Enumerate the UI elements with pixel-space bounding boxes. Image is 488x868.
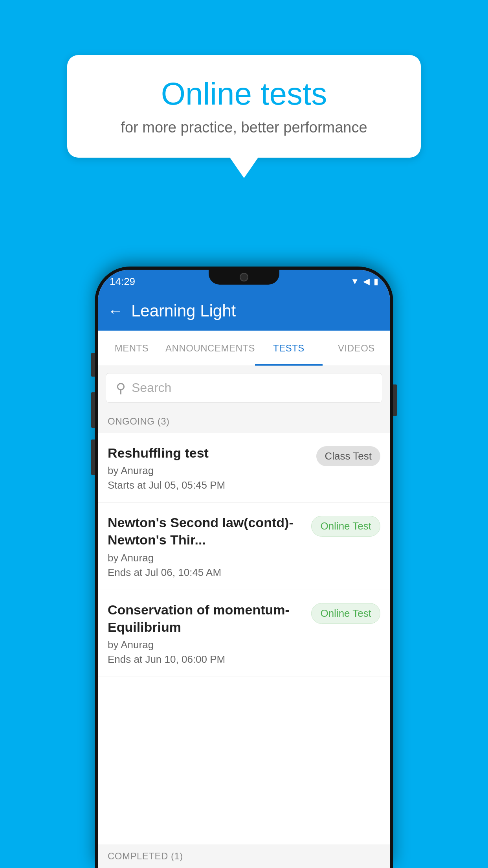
speech-bubble: Online tests for more practice, better p…: [67, 55, 421, 158]
test-list: Reshuffling test by Anurag Starts at Jul…: [98, 433, 390, 677]
silent-button[interactable]: [91, 440, 95, 475]
completed-section-header: COMPLETED (1): [98, 844, 390, 868]
search-container: ⚲ Search: [98, 366, 390, 410]
test-time-1: Starts at Jul 05, 05:45 PM: [108, 479, 308, 491]
test-author-1: by Anurag: [108, 465, 308, 477]
volume-down-button[interactable]: [91, 392, 95, 428]
tab-videos[interactable]: VIDEOS: [323, 331, 390, 366]
test-time-value-2: Jul 06, 10:45 AM: [145, 566, 221, 578]
search-placeholder-text: Search: [132, 381, 171, 395]
status-time: 14:29: [110, 276, 135, 288]
test-name-3: Conservation of momentum-Equilibrium: [108, 601, 303, 636]
test-time-label-1: Starts at: [108, 479, 146, 491]
tab-announcements-label: ANNOUNCEMENTS: [165, 343, 255, 354]
search-icon: ⚲: [116, 380, 126, 396]
test-time-value-3: Jun 10, 06:00 PM: [145, 653, 225, 665]
tab-ments-label: MENTS: [115, 343, 149, 354]
test-time-value-1: Jul 05, 05:45 PM: [149, 479, 225, 491]
test-item-1[interactable]: Reshuffling test by Anurag Starts at Jul…: [98, 433, 390, 503]
battery-icon: ▮: [374, 276, 378, 287]
test-time-label-3: Ends at: [108, 653, 142, 665]
test-author-2: by Anurag: [108, 552, 303, 564]
test-time-3: Ends at Jun 10, 06:00 PM: [108, 653, 303, 666]
badge-online-test-2: Online Test: [311, 516, 380, 537]
test-item-3[interactable]: Conservation of momentum-Equilibrium by …: [98, 590, 390, 677]
test-author-3: by Anurag: [108, 639, 303, 651]
test-name-1: Reshuffling test: [108, 444, 308, 462]
tab-ments[interactable]: MENTS: [98, 331, 165, 366]
badge-online-test-3: Online Test: [311, 603, 380, 624]
test-info-1: Reshuffling test by Anurag Starts at Jul…: [108, 444, 316, 491]
camera: [240, 273, 248, 281]
wifi-icon: ▼: [350, 276, 359, 287]
badge-class-test-1: Class Test: [316, 446, 380, 466]
test-name-2: Newton's Second law(contd)-Newton's Thir…: [108, 514, 303, 548]
test-time-2: Ends at Jul 06, 10:45 AM: [108, 566, 303, 579]
test-info-2: Newton's Second law(contd)-Newton's Thir…: [108, 514, 311, 578]
tabs-bar: MENTS ANNOUNCEMENTS TESTS VIDEOS: [98, 331, 390, 366]
bubble-title: Online tests: [91, 77, 397, 111]
signal-icon: ◀: [363, 276, 370, 287]
tab-announcements[interactable]: ANNOUNCEMENTS: [165, 331, 255, 366]
app-title: Learning Light: [131, 302, 236, 320]
phone-frame: 14:29 ▼ ◀ ▮ ← Learning Light MENTS ANNOU…: [95, 267, 393, 868]
volume-up-button[interactable]: [91, 353, 95, 377]
bubble-subtitle: for more practice, better performance: [91, 119, 397, 136]
power-button[interactable]: [393, 384, 397, 416]
search-box[interactable]: ⚲ Search: [106, 373, 382, 403]
app-bar: ← Learning Light: [98, 291, 390, 331]
speech-bubble-container: Online tests for more practice, better p…: [67, 55, 421, 158]
tab-tests[interactable]: TESTS: [255, 331, 323, 366]
tab-tests-label: TESTS: [273, 343, 305, 354]
test-info-3: Conservation of momentum-Equilibrium by …: [108, 601, 311, 666]
ongoing-section-header: ONGOING (3): [98, 410, 390, 433]
status-icons: ▼ ◀ ▮: [350, 276, 378, 287]
phone-screen: 14:29 ▼ ◀ ▮ ← Learning Light MENTS ANNOU…: [98, 270, 390, 868]
phone-notch: [209, 270, 279, 285]
test-time-label-2: Ends at: [108, 566, 142, 578]
back-button[interactable]: ←: [108, 302, 123, 320]
tab-videos-label: VIDEOS: [338, 343, 375, 354]
test-item-2[interactable]: Newton's Second law(contd)-Newton's Thir…: [98, 503, 390, 590]
